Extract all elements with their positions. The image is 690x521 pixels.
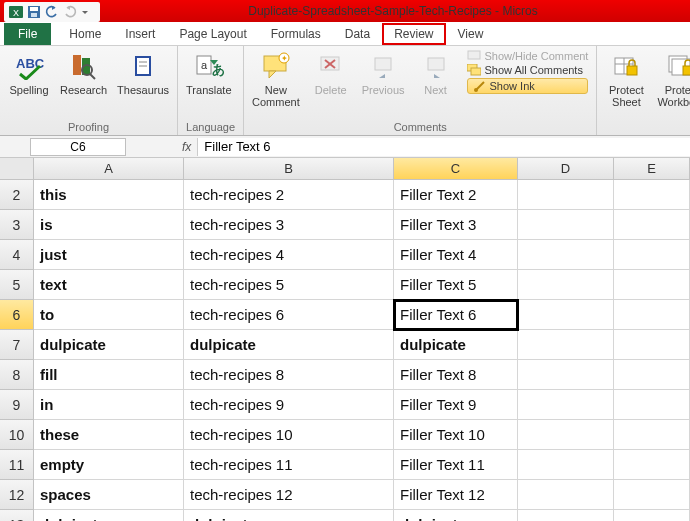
cell[interactable]: Filler Text 8 [394, 360, 518, 390]
cell[interactable]: Filler Text 4 [394, 240, 518, 270]
cell[interactable] [614, 240, 690, 270]
tab-page-layout[interactable]: Page Layout [167, 23, 258, 45]
formula-bar[interactable]: Filler Text 6 [197, 138, 690, 156]
protect-sheet-button[interactable]: Protect Sheet [605, 50, 647, 108]
cell[interactable]: tech-recipes 10 [184, 420, 394, 450]
tab-file[interactable]: File [4, 23, 51, 45]
cell[interactable]: is [34, 210, 184, 240]
cell[interactable]: dulpicate [34, 510, 184, 521]
row-header[interactable]: 5 [0, 270, 34, 300]
cell[interactable]: tech-recipes 4 [184, 240, 394, 270]
protect-workbook-button[interactable]: Protect Workbook [657, 50, 690, 108]
cell[interactable]: dulpicate [394, 510, 518, 521]
cell[interactable] [518, 240, 614, 270]
cell[interactable]: dulpicate [184, 330, 394, 360]
qat-dropdown-icon[interactable] [80, 4, 96, 20]
cell[interactable]: dulpicate [184, 510, 394, 521]
cell[interactable] [614, 360, 690, 390]
cell[interactable]: tech-recipes 2 [184, 180, 394, 210]
cell[interactable] [614, 330, 690, 360]
translate-button[interactable]: aあ Translate [186, 50, 231, 96]
row-header[interactable]: 8 [0, 360, 34, 390]
cell[interactable] [518, 510, 614, 521]
research-button[interactable]: Research [60, 50, 107, 96]
tab-home[interactable]: Home [57, 23, 113, 45]
cell[interactable]: just [34, 240, 184, 270]
cell[interactable]: Filler Text 3 [394, 210, 518, 240]
cell[interactable] [518, 450, 614, 480]
cell[interactable]: Filler Text 11 [394, 450, 518, 480]
cell[interactable]: tech-recipes 9 [184, 390, 394, 420]
cell[interactable] [614, 480, 690, 510]
cell[interactable] [518, 270, 614, 300]
select-all-corner[interactable] [0, 158, 34, 180]
col-header-B[interactable]: B [184, 158, 394, 180]
new-comment-button[interactable]: ✦ New Comment [252, 50, 300, 108]
cell[interactable] [518, 300, 614, 330]
show-ink-button[interactable]: Show Ink [467, 78, 589, 94]
cell[interactable] [614, 450, 690, 480]
cell[interactable]: tech-recipes 8 [184, 360, 394, 390]
col-header-D[interactable]: D [518, 158, 614, 180]
cell[interactable]: Filler Text 12 [394, 480, 518, 510]
row-header[interactable]: 3 [0, 210, 34, 240]
tab-insert[interactable]: Insert [113, 23, 167, 45]
cell[interactable] [518, 180, 614, 210]
cell[interactable] [518, 360, 614, 390]
cell[interactable] [518, 480, 614, 510]
cell[interactable] [614, 300, 690, 330]
col-header-A[interactable]: A [34, 158, 184, 180]
cell[interactable]: Filler Text 2 [394, 180, 518, 210]
cell[interactable] [614, 390, 690, 420]
cell[interactable]: tech-recipes 5 [184, 270, 394, 300]
row-header[interactable]: 6 [0, 300, 34, 330]
cell[interactable]: Filler Text 10 [394, 420, 518, 450]
redo-icon[interactable] [62, 4, 78, 20]
tab-formulas[interactable]: Formulas [259, 23, 333, 45]
cell[interactable]: Filler Text 9 [394, 390, 518, 420]
row-header[interactable]: 7 [0, 330, 34, 360]
cell[interactable]: Filler Text 6 [394, 300, 518, 330]
save-icon[interactable] [26, 4, 42, 20]
cell[interactable] [518, 390, 614, 420]
row-header[interactable]: 9 [0, 390, 34, 420]
tab-review[interactable]: Review [382, 23, 445, 45]
spelling-button[interactable]: ABC Spelling [8, 50, 50, 96]
cell[interactable] [518, 330, 614, 360]
cell[interactable]: tech-recipes 12 [184, 480, 394, 510]
cell[interactable]: dulpicate [34, 330, 184, 360]
cell[interactable]: Filler Text 5 [394, 270, 518, 300]
row-header[interactable]: 13 [0, 510, 34, 521]
cell[interactable] [614, 210, 690, 240]
tab-data[interactable]: Data [333, 23, 382, 45]
cell[interactable] [614, 270, 690, 300]
tab-view[interactable]: View [446, 23, 496, 45]
row-header[interactable]: 2 [0, 180, 34, 210]
cell[interactable] [614, 180, 690, 210]
cell[interactable]: text [34, 270, 184, 300]
row-header[interactable]: 4 [0, 240, 34, 270]
show-hide-comment[interactable]: Show/Hide Comment [467, 50, 589, 62]
cell[interactable]: dulpicate [394, 330, 518, 360]
col-header-C[interactable]: C [394, 158, 518, 180]
cell[interactable] [518, 420, 614, 450]
cell[interactable] [518, 210, 614, 240]
cell[interactable]: tech-recipes 11 [184, 450, 394, 480]
fx-label[interactable]: fx [176, 140, 197, 154]
name-box[interactable]: C6 [30, 138, 126, 156]
cell[interactable]: empty [34, 450, 184, 480]
cell[interactable]: these [34, 420, 184, 450]
cell[interactable]: tech-recipes 3 [184, 210, 394, 240]
row-header[interactable]: 11 [0, 450, 34, 480]
show-all-comments[interactable]: Show All Comments [467, 64, 589, 76]
cell[interactable]: fill [34, 360, 184, 390]
col-header-E[interactable]: E [614, 158, 690, 180]
cell[interactable] [614, 420, 690, 450]
cell[interactable]: spaces [34, 480, 184, 510]
row-header[interactable]: 10 [0, 420, 34, 450]
cell[interactable]: this [34, 180, 184, 210]
cell[interactable] [614, 510, 690, 521]
cell[interactable]: in [34, 390, 184, 420]
cell[interactable]: to [34, 300, 184, 330]
thesaurus-button[interactable]: Thesaurus [117, 50, 169, 96]
